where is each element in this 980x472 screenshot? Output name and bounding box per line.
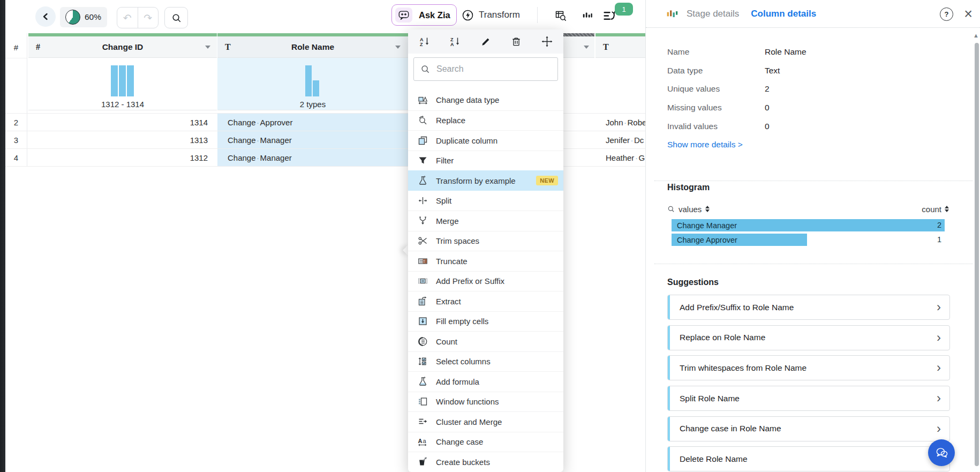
menu-item-add-prefix-or-suffix[interactable]: Add Prefix or Suffix <box>408 271 563 291</box>
tab-stage-details[interactable]: Stage details <box>687 9 739 19</box>
suggestion-replace-on-role-name[interactable]: Replace on Role Name› <box>667 325 950 350</box>
menu-item-extract[interactable]: Extract <box>408 291 563 311</box>
column-histogram-change-id[interactable]: 1312 - 1314 <box>28 58 217 110</box>
menu-item-add-formula[interactable]: Add formula <box>408 371 563 392</box>
search-icon <box>420 64 430 74</box>
chevron-right-icon: › <box>937 326 941 349</box>
histogram-bar <box>313 80 319 96</box>
menu-item-label: Duplicate column <box>436 136 497 145</box>
menu-item-select-columns[interactable]: Select columns <box>408 351 563 372</box>
menu-item-count[interactable]: Count <box>408 331 563 351</box>
stage-details-icon <box>666 8 679 20</box>
menu-item-filter[interactable]: Filter <box>408 151 563 171</box>
suggestion-trim-whitespaces-from-role-name[interactable]: Trim whitespaces from Role Name› <box>667 355 950 380</box>
menu-item-change-case[interactable]: AaChange case <box>408 432 563 452</box>
progress-indicator[interactable]: 60% <box>60 7 107 27</box>
cell-person[interactable]: Jenifer·Dc <box>595 131 645 149</box>
scroll-up-arrow-icon[interactable]: ▲ <box>973 32 979 39</box>
cell-change-id[interactable]: 1314 <box>28 114 217 131</box>
row-number: 4 <box>5 149 27 167</box>
column-header-role-name[interactable]: T Role Name <box>217 36 408 58</box>
menu-item-change-data-type[interactable]: Change data type <box>408 90 563 110</box>
values-sort-header[interactable]: values <box>667 205 710 214</box>
detail-label: Data type <box>667 66 765 76</box>
suggestion-split-role-name[interactable]: Split Role Name› <box>667 386 950 411</box>
chevron-down-icon[interactable] <box>395 46 401 49</box>
cell-person[interactable]: John·Robe <box>595 114 645 131</box>
help-icon[interactable]: ? <box>940 8 953 21</box>
menu-sort-za-button[interactable]: ZA <box>449 36 461 48</box>
cell-change-id[interactable]: 1313 <box>28 131 217 149</box>
menu-item-fill-empty-cells[interactable]: Fill empty cells <box>408 311 563 332</box>
cell-role-name[interactable]: Change·Manager <box>217 131 408 149</box>
suggestion-delete-role-name[interactable]: Delete Role Name› <box>667 446 950 471</box>
undo-redo-group: ↶ ↷ <box>117 7 159 28</box>
back-button[interactable] <box>35 6 56 27</box>
truncate-icon <box>418 256 428 266</box>
tab-column-details[interactable]: Column details <box>751 9 816 19</box>
column-histogram-role-name[interactable]: 2 types <box>217 58 408 110</box>
suggestion-label: Delete Role Name <box>680 454 748 464</box>
menu-search-box[interactable] <box>413 57 558 81</box>
show-more-details-link[interactable]: Show more details > <box>667 140 743 149</box>
steps-list-icon <box>602 9 616 23</box>
menu-move-button[interactable] <box>541 36 553 48</box>
detail-row: NameRole Name <box>667 43 948 62</box>
column-stats-button[interactable] <box>579 9 595 22</box>
values-header-label: values <box>679 205 702 214</box>
detail-value: Role Name <box>765 47 806 57</box>
histogram-bar <box>119 65 126 96</box>
detail-value: 0 <box>765 103 770 113</box>
suggestion-add-prefix-suffix-to-role-name[interactable]: Add Prefix/Suffix to Role Name› <box>667 295 950 320</box>
menu-item-label: Add Prefix or Suffix <box>436 276 504 286</box>
histogram-value-bar[interactable]: Change Approver <box>672 234 807 246</box>
search-button[interactable] <box>164 7 188 28</box>
cell-role-name[interactable]: Change·Manager <box>217 149 408 167</box>
menu-item-duplicate-column[interactable]: Duplicate column <box>408 130 563 151</box>
menu-item-window-functions[interactable]: Window functions <box>408 392 563 412</box>
chevron-down-icon[interactable] <box>205 46 210 49</box>
transform-button[interactable]: Transform <box>462 4 520 26</box>
chat-fab-button[interactable] <box>928 439 955 466</box>
menu-item-trim-spaces[interactable]: Trim spaces <box>408 231 563 251</box>
menu-search-input[interactable] <box>435 64 551 74</box>
menu-item-split[interactable]: Split <box>408 191 563 211</box>
column-header-person[interactable]: T <box>595 36 645 58</box>
flask-icon <box>418 176 428 186</box>
cell-change-id[interactable]: 1312 <box>28 149 217 167</box>
cell-role-name[interactable]: Change·Approver <box>217 114 408 131</box>
menu-item-create-buckets[interactable]: Create buckets <box>408 452 563 472</box>
menu-trash-button[interactable] <box>510 36 522 48</box>
detail-label: Unique values <box>667 84 765 94</box>
suggestion-label: Trim whitespaces from Role Name <box>680 363 806 373</box>
suggestion-change-case-in-role-name[interactable]: Change case in Role Name› <box>667 416 950 441</box>
create-buckets-icon <box>418 457 428 467</box>
undo-icon: ↶ <box>123 12 132 24</box>
histogram-value-bar[interactable]: Change Manager <box>672 219 945 231</box>
menu-item-truncate[interactable]: Truncate <box>408 251 563 271</box>
suggestion-label: Replace on Role Name <box>680 333 765 342</box>
histogram-title: Histogram <box>667 183 710 192</box>
ask-zia-button[interactable]: Ask Zia <box>391 4 457 26</box>
undo-button[interactable]: ↶ <box>117 8 138 28</box>
menu-edit-pencil-button[interactable] <box>480 36 492 48</box>
chevron-down-icon[interactable] <box>584 46 589 49</box>
progress-donut-icon <box>65 10 80 25</box>
close-icon[interactable]: × <box>964 4 973 24</box>
redo-button[interactable]: ↷ <box>138 8 159 28</box>
menu-item-merge[interactable]: Merge <box>408 211 563 231</box>
menu-sort-az-button[interactable]: AZ <box>419 36 431 48</box>
column-header-change-id[interactable]: # Change ID <box>28 36 217 58</box>
menu-item-transform-by-example[interactable]: Transform by exampleNEW <box>408 170 563 191</box>
cell-person[interactable]: Heather·G <box>595 149 645 167</box>
chevron-right-icon: › <box>937 295 941 318</box>
panel-scrollbar-thumb[interactable] <box>975 43 979 466</box>
edit-pencil-icon <box>480 36 491 47</box>
menu-item-replace[interactable]: Replace <box>408 110 563 131</box>
column-header-hidden[interactable] <box>563 36 594 58</box>
menu-item-cluster-and-merge[interactable]: Cluster and Merge <box>408 411 563 432</box>
preview-table-button[interactable] <box>553 9 569 22</box>
detail-row: Missing values0 <box>667 99 948 117</box>
count-sort-header[interactable]: count <box>922 205 949 214</box>
window-functions-icon <box>418 396 428 407</box>
